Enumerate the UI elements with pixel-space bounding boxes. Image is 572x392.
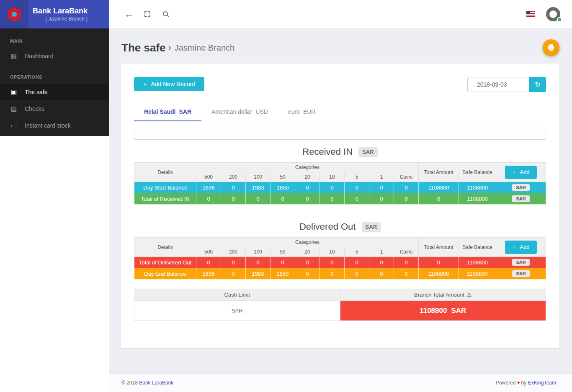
date-input[interactable]	[467, 77, 529, 92]
received-in-heading: Received IN SAR	[134, 146, 546, 157]
online-status-dot	[557, 17, 562, 22]
category-column-header: 10	[320, 247, 345, 257]
refresh-button[interactable]: ↻	[529, 77, 546, 92]
category-column-header: 100	[246, 172, 271, 182]
category-column-header: 500	[196, 172, 221, 182]
sidebar-item-label: Dashboard	[25, 53, 54, 59]
money-cell: 0	[320, 182, 345, 193]
money-row: Day End Balance1636019831850000001108800…	[134, 268, 546, 279]
money-cell: 0	[246, 257, 271, 268]
fullscreen-button[interactable]	[143, 10, 152, 19]
search-button[interactable]	[161, 10, 170, 19]
user-avatar[interactable]	[545, 6, 561, 22]
branch-total-header: Branch Total Amount⚠	[340, 289, 546, 301]
dashboard-icon: ▦	[10, 52, 18, 60]
money-cell: 0	[221, 182, 246, 193]
money-cell: 0	[196, 193, 221, 205]
money-cell: 1108800	[459, 257, 496, 268]
print-button[interactable]	[543, 39, 559, 56]
card-icon: ▭	[10, 122, 18, 129]
sidebar-item-label: Instant card stock	[25, 122, 71, 129]
add-column-header: + Add	[496, 163, 546, 182]
logo-box	[0, 0, 28, 28]
money-cell: 0	[345, 268, 369, 279]
tab-sar[interactable]: Reial SaudiSAR	[134, 102, 201, 121]
money-cell: 0	[295, 182, 320, 193]
safe-balance-column-header: Safe Balance	[459, 163, 496, 182]
topbar: ←	[109, 0, 572, 28]
tab-eur[interactable]: euroEUR	[278, 102, 326, 121]
money-row: Day Start Balance16360198318500000011088…	[134, 182, 546, 193]
back-button[interactable]: ←	[124, 10, 134, 19]
money-cell: SAR	[496, 257, 546, 268]
language-flag-us[interactable]	[526, 11, 535, 17]
add-column-header: + Add	[496, 238, 546, 257]
money-row: Total of Received IN00000000001108800SAR	[134, 193, 546, 205]
footer-team-link[interactable]: ExKingTeam	[528, 380, 556, 386]
category-column-header: 5	[345, 247, 369, 257]
money-row: Total of Delivered Out00000000001108800S…	[134, 257, 546, 268]
sidebar-item-dashboard[interactable]: ▦ Dashboard	[0, 48, 109, 64]
money-cell: 0	[221, 257, 246, 268]
money-cell: Day Start Balance	[134, 182, 196, 193]
money-cell: 0	[369, 257, 394, 268]
money-cell: 0	[419, 193, 459, 205]
sidebar-item-instant-card-stock[interactable]: ▭ Instant card stock	[0, 117, 109, 134]
sidebar-item-checks[interactable]: ▤ Checks	[0, 100, 109, 117]
category-column-header: 200	[221, 247, 246, 257]
add-delivered-button[interactable]: + Add	[505, 241, 537, 254]
money-cell: 0	[271, 193, 295, 205]
categories-group-header: Categories	[196, 163, 419, 172]
money-cell: 0	[320, 268, 345, 279]
add-new-record-button[interactable]: + Add New Record	[134, 77, 204, 91]
total-amount-column-header: Total Amount	[419, 238, 459, 257]
footer: © 2018 Bank LaraBank Powered♥by ExKingTe…	[109, 373, 572, 392]
sidebar-section-main: MAIN	[0, 28, 109, 48]
plus-icon: +	[143, 81, 147, 87]
footer-powered: Powered♥by ExKingTeam	[496, 380, 556, 386]
date-control-group: ↻	[467, 77, 546, 92]
tab-usd[interactable]: American dollarUSD	[201, 102, 278, 121]
money-cell: 0	[221, 193, 246, 205]
money-cell: 0	[295, 257, 320, 268]
money-cell: 0	[196, 257, 221, 268]
safe-icon: ▣	[10, 88, 18, 96]
add-received-button[interactable]: + Add	[505, 166, 537, 179]
heart-icon: ♥	[517, 380, 520, 386]
money-cell: SAR	[496, 182, 546, 193]
sidebar-item-the-safe[interactable]: ▣ The safe	[0, 84, 109, 100]
money-cell: 0	[394, 268, 419, 279]
money-cell: 1108800	[419, 268, 459, 279]
money-cell: 0	[419, 257, 459, 268]
cash-limit-value: SAR	[134, 301, 340, 321]
money-cell: Total of Received IN	[134, 193, 196, 205]
money-cell: 0	[320, 193, 345, 205]
page-title: The safe	[121, 41, 166, 54]
money-cell: 1636	[196, 182, 221, 193]
money-cell: 0	[394, 257, 419, 268]
money-cell: 0	[345, 257, 369, 268]
safe-card: + Add New Record ↻ Reial SaudiSAR Americ…	[121, 64, 559, 348]
money-cell: 1108800	[419, 182, 459, 193]
money-cell: 0	[369, 182, 394, 193]
plus-icon: +	[513, 244, 516, 250]
summary-table: Cash Limit Branch Total Amount⚠ SAR 1108…	[134, 289, 546, 321]
money-cell: 0	[369, 193, 394, 205]
currency-badge: SAR	[362, 222, 381, 232]
fullscreen-icon	[144, 11, 150, 17]
money-cell: 0	[345, 182, 369, 193]
category-column-header: 50	[271, 247, 295, 257]
money-cell: 1108800	[459, 182, 496, 193]
cash-limit-header: Cash Limit	[134, 289, 340, 301]
money-cell: 0	[394, 193, 419, 205]
money-cell: 1983	[246, 268, 271, 279]
footer-brand-link[interactable]: Bank LaraBank	[139, 380, 173, 386]
money-cell: 0	[246, 193, 271, 205]
money-cell: 0	[271, 257, 295, 268]
money-cell: 0	[320, 257, 345, 268]
money-cell: Day End Balance	[134, 268, 196, 279]
money-cell: 1636	[196, 268, 221, 279]
total-amount-column-header: Total Amount	[419, 163, 459, 182]
delivered-out-table: Details Categories Total Amount Safe Bal…	[134, 237, 546, 279]
category-column-header: 100	[246, 247, 271, 257]
